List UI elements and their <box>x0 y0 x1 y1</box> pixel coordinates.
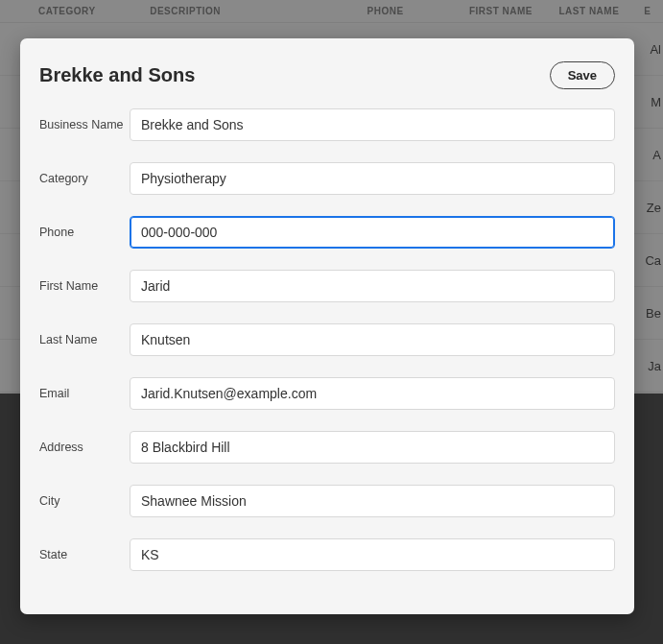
label-category: Category <box>39 172 130 185</box>
field-row-category: Category <box>39 162 615 195</box>
input-last-name[interactable] <box>130 323 615 356</box>
label-last-name: Last Name <box>39 333 130 346</box>
input-first-name[interactable] <box>130 270 615 302</box>
label-state: State <box>39 548 130 561</box>
label-city: City <box>39 494 130 508</box>
label-business-name: Business Name <box>39 118 130 131</box>
dialog-form: Business Name Category Phone First Name … <box>20 108 634 611</box>
dialog-title: Brekke and Sons <box>39 64 195 86</box>
label-phone: Phone <box>39 226 130 239</box>
input-category[interactable] <box>130 162 615 195</box>
label-email: Email <box>39 387 130 400</box>
dialog-header: Brekke and Sons Save <box>20 38 634 108</box>
input-city[interactable] <box>130 485 615 517</box>
field-row-phone: Phone <box>39 216 615 249</box>
field-row-city: City <box>39 485 615 517</box>
field-row-last-name: Last Name <box>39 323 615 356</box>
field-row-address: Address <box>39 431 615 464</box>
field-row-email: Email <box>39 377 615 410</box>
input-phone[interactable] <box>130 216 615 249</box>
label-first-name: First Name <box>39 279 130 293</box>
input-state[interactable] <box>130 538 615 571</box>
input-business-name[interactable] <box>130 108 615 141</box>
field-row-state: State <box>39 538 615 571</box>
field-row-first-name: First Name <box>39 270 615 302</box>
input-address[interactable] <box>130 431 615 464</box>
input-email[interactable] <box>130 377 615 410</box>
field-row-business-name: Business Name <box>39 108 615 141</box>
edit-dialog: Brekke and Sons Save Business Name Categ… <box>20 38 634 614</box>
save-button[interactable]: Save <box>550 61 615 89</box>
label-address: Address <box>39 441 130 454</box>
